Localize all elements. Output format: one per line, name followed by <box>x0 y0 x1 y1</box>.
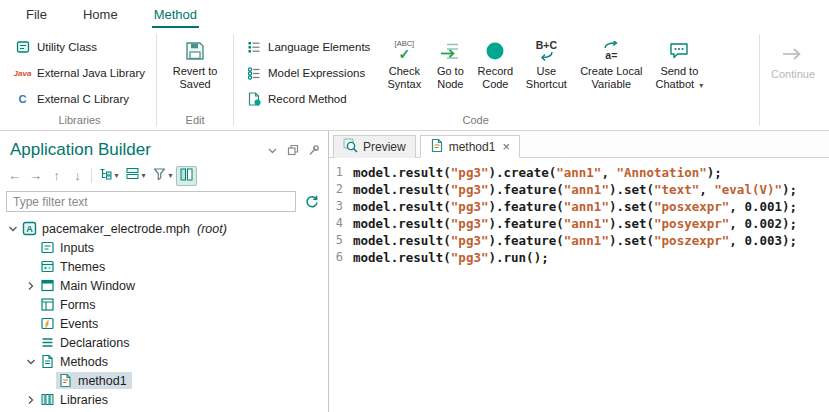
tree-item-label: Forms <box>60 298 95 312</box>
filter-menu-button[interactable]: ▾ <box>149 166 176 186</box>
utility-class-label: Utility Class <box>37 41 97 53</box>
record-code-button[interactable]: Record Code <box>472 32 518 90</box>
go-to-node-icon <box>438 37 462 64</box>
refresh-icon[interactable] <box>302 193 320 211</box>
model-expressions-button[interactable]: Model Expressions <box>241 60 374 86</box>
show-details-toggle-button[interactable] <box>176 166 197 186</box>
line-number: 6 <box>333 249 353 266</box>
ribbon-body: Utility Class Java External Java Library… <box>0 28 829 130</box>
tree-item-body[interactable]: Forms <box>38 296 100 313</box>
float-panel-icon[interactable] <box>287 144 299 156</box>
use-shortcut-button[interactable]: B+C Use Shortcut <box>518 32 574 90</box>
tree-item-declarations[interactable]: Declarations <box>0 333 328 352</box>
external-c-library-label: External C Library <box>37 93 129 105</box>
utility-class-button[interactable]: Utility Class <box>10 34 149 60</box>
continue-button[interactable]: Continue <box>761 28 825 130</box>
forward-button[interactable]: → <box>25 166 46 186</box>
tree-item-body[interactable]: Main Window <box>38 277 140 294</box>
tab-home[interactable]: Home <box>81 3 120 28</box>
tree-item-body[interactable]: Libraries <box>38 391 113 408</box>
utility-class-icon <box>14 39 31 56</box>
move-up-button[interactable]: ↑ <box>46 166 67 186</box>
group-nodes-menu-button[interactable]: ▾ <box>122 166 149 186</box>
ribbon-group-continue: Continue <box>758 28 825 130</box>
tree-item-method1[interactable]: method1 <box>0 371 328 390</box>
model-expressions-label: Model Expressions <box>268 67 365 79</box>
code-line[interactable]: 5model.result("pg3").feature("ann1").set… <box>333 232 829 249</box>
java-icon: Java <box>14 65 31 82</box>
record-method-button[interactable]: Record Method <box>241 86 374 112</box>
revert-to-saved-label: Revert to Saved <box>168 65 222 90</box>
external-java-library-button[interactable]: Java External Java Library <box>10 60 149 86</box>
preview-icon <box>343 138 358 156</box>
svg-text:A: A <box>26 224 33 234</box>
filter-input[interactable] <box>6 191 296 212</box>
back-button[interactable]: ← <box>4 166 25 186</box>
c-icon: C <box>14 91 31 108</box>
ribbon-group-code: Language Elements Model Expressions Reco… <box>235 28 716 130</box>
tab-preview[interactable]: Preview <box>333 135 416 158</box>
code-editor[interactable]: 1model.result("pg3").create("ann1", "Ann… <box>329 158 829 412</box>
continue-arrow-icon <box>780 40 806 67</box>
continue-label: Continue <box>771 68 815 81</box>
language-elements-button[interactable]: Language Elements <box>241 34 374 60</box>
tree-item-label: Main Window <box>60 279 135 293</box>
code-line[interactable]: 4model.result("pg3").feature("ann1").set… <box>333 215 829 232</box>
tree-item-forms[interactable]: Forms <box>0 295 328 314</box>
create-local-variable-button[interactable]: a= Create Local Variable <box>574 32 648 90</box>
go-to-node-button[interactable]: Go to Node <box>428 32 472 90</box>
code-line[interactable]: 1model.result("pg3").create("ann1", "Ann… <box>333 164 829 181</box>
tab-file[interactable]: File <box>24 3 49 28</box>
tree-item-body[interactable]: Themes <box>38 258 110 275</box>
record-method-icon <box>245 91 262 108</box>
chevron-right-icon[interactable] <box>24 395 38 405</box>
code-line[interactable]: 6model.result("pg3").run(); <box>333 249 829 266</box>
chevron-down-icon: ▾ <box>699 81 703 90</box>
tree-item-methods[interactable]: Methods <box>0 352 328 371</box>
tree-nodes-menu-button[interactable]: ▾ <box>95 166 122 186</box>
send-to-chatbot-button[interactable]: Send to Chatbot ▾ <box>648 32 710 92</box>
code-line[interactable]: 3model.result("pg3").feature("ann1").set… <box>333 198 829 215</box>
chevron-down-icon: ▾ <box>114 171 118 180</box>
move-down-button[interactable]: ↓ <box>67 166 88 186</box>
tree-item-body[interactable]: Inputs <box>38 239 99 256</box>
pin-icon[interactable] <box>308 144 320 156</box>
line-number: 2 <box>333 181 353 198</box>
tree-item-main-window[interactable]: Main Window <box>0 276 328 295</box>
chevron-down-icon: ▾ <box>168 171 172 180</box>
tree-item-events[interactable]: Events <box>0 314 328 333</box>
tree-item-body[interactable]: Apacemaker_electrode.mph(root) <box>20 220 232 237</box>
send-to-chatbot-label: Send to Chatbot ▾ <box>652 65 706 92</box>
themes-icon <box>40 259 55 274</box>
check-syntax-icon: [ABC] ✓ <box>395 37 415 64</box>
chevron-down-icon[interactable] <box>6 224 20 234</box>
go-to-node-label: Go to Node <box>432 65 468 90</box>
columns-icon <box>179 167 194 185</box>
tree-item-pacemaker-electrode-mph[interactable]: Apacemaker_electrode.mph(root) <box>0 219 328 238</box>
chevron-down-icon[interactable] <box>24 357 38 367</box>
revert-to-saved-button[interactable]: Revert to Saved <box>164 32 226 90</box>
chevron-right-icon[interactable] <box>24 281 38 291</box>
close-tab-icon[interactable]: × <box>502 140 510 153</box>
tab-method[interactable]: Method <box>152 3 199 28</box>
code-text: model.result("pg3").create("ann1", "Anno… <box>353 164 722 181</box>
chatbot-icon <box>667 37 691 64</box>
tree-item-body[interactable]: Declarations <box>38 334 134 351</box>
external-c-library-button[interactable]: C External C Library <box>10 86 149 112</box>
code-line[interactable]: 2model.result("pg3").feature("ann1").set… <box>333 181 829 198</box>
method-file-icon <box>430 138 444 156</box>
tab-method1[interactable]: method1 × <box>420 135 520 158</box>
tree-item-body[interactable]: method1 <box>56 372 132 389</box>
tree-item-inputs[interactable]: Inputs <box>0 238 328 257</box>
toolbar-separator <box>91 168 92 183</box>
tree-item-themes[interactable]: Themes <box>0 257 328 276</box>
language-elements-icon <box>245 39 262 56</box>
floppy-disk-icon <box>183 37 207 64</box>
tree-item-label: Libraries <box>60 393 108 407</box>
tree-item-body[interactable]: Events <box>38 315 103 332</box>
panel-menu-icon[interactable] <box>267 145 278 156</box>
check-syntax-button[interactable]: [ABC] ✓ Check Syntax <box>380 32 428 90</box>
code-text: model.result("pg3").feature("ann1").set(… <box>353 181 797 198</box>
tree-item-libraries[interactable]: Libraries <box>0 390 328 409</box>
tree-item-body[interactable]: Methods <box>38 353 113 370</box>
